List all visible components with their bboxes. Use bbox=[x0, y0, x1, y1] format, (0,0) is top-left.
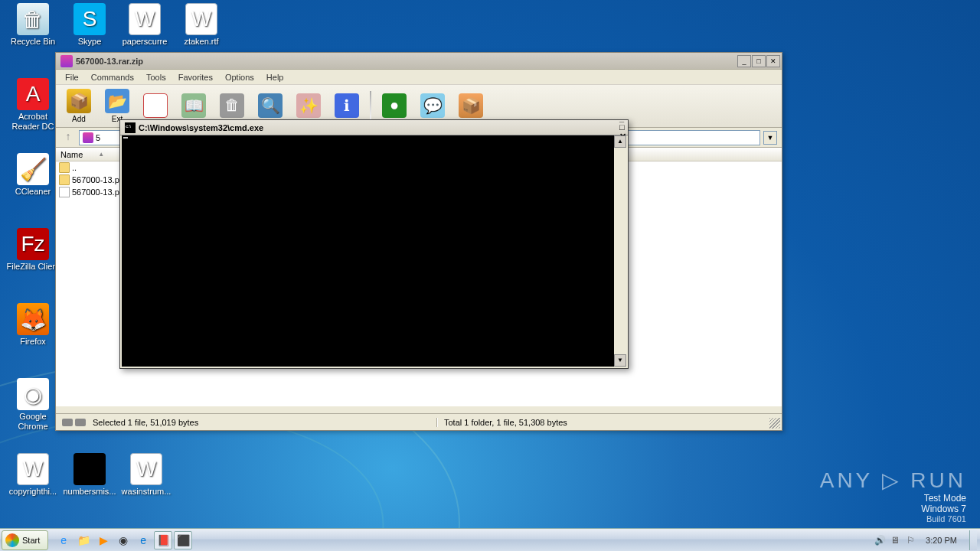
toolbar-separator bbox=[370, 91, 371, 122]
close-button[interactable]: ✕ bbox=[766, 55, 780, 67]
t-del-icon: 🗑 bbox=[220, 93, 244, 118]
app-icon bbox=[74, 453, 106, 485]
taskbar-cmd[interactable]: ⬛ bbox=[174, 531, 192, 549]
t-find-icon: 🔍 bbox=[258, 93, 283, 118]
desktop-icon-google-chrome[interactable]: ◉Google Chrome bbox=[6, 378, 60, 431]
scroll-down-icon[interactable]: ▼ bbox=[614, 354, 626, 367]
cmd-maximize-button[interactable]: □ bbox=[619, 122, 626, 132]
winrar-icon bbox=[60, 55, 73, 67]
app-icon: A bbox=[17, 78, 49, 110]
minimize-button[interactable]: _ bbox=[737, 55, 751, 67]
status-icon bbox=[62, 419, 73, 426]
os-label: Windows 7 bbox=[820, 504, 966, 514]
tray-icon-1[interactable]: 🖥 bbox=[889, 534, 901, 546]
sort-indicator-icon: ▲ bbox=[98, 151, 119, 158]
file-name: .. bbox=[72, 163, 77, 172]
app-icon: 🧹 bbox=[17, 153, 49, 185]
desktop-icon-ccleaner[interactable]: 🧹CCleaner bbox=[6, 153, 60, 197]
taskbar-winrar[interactable]: 📕 bbox=[154, 531, 172, 549]
tray-icon-0[interactable]: 🔊 bbox=[874, 534, 886, 546]
toolbar-Add[interactable]: 📦Add bbox=[60, 87, 97, 126]
desktop-icon-acrobat-reader-dc[interactable]: AAcrobat Reader DC bbox=[6, 78, 60, 131]
start-orb-icon bbox=[5, 533, 19, 547]
taskbar-media[interactable]: ▶ bbox=[94, 531, 113, 549]
cmd-scrollbar[interactable]: ▲ ▼ bbox=[614, 135, 626, 367]
menu-file[interactable]: File bbox=[59, 71, 85, 83]
build-label: Build 7601 bbox=[820, 514, 966, 523]
icon-label: Firefox bbox=[6, 337, 60, 347]
app-icon: W bbox=[185, 3, 217, 35]
desktop-icon-wasinstrum-[interactable]: Wwasinstrum... bbox=[119, 453, 173, 497]
cmd-icon bbox=[125, 122, 136, 133]
watermark: ANY ▷ RUN Test Mode Windows 7 Build 7601 bbox=[820, 468, 966, 523]
cmd-window: C:\Windows\system32\cmd.exe _ □ ✕ ▲ ▼ bbox=[119, 119, 629, 369]
status-total: Total 1 folder, 1 file, 51,308 bytes bbox=[437, 418, 776, 427]
menu-commands[interactable]: Commands bbox=[85, 71, 140, 83]
start-label: Start bbox=[22, 536, 40, 545]
menu-help[interactable]: Help bbox=[260, 71, 290, 83]
show-desktop-button[interactable] bbox=[969, 530, 977, 550]
winrar-title: 567000-13.rar.zip bbox=[76, 57, 737, 66]
cmd-cursor bbox=[123, 137, 128, 139]
desktop-icon-copyrighthi-[interactable]: Wcopyrighthi... bbox=[6, 453, 60, 497]
file-name: 567000-13.p bbox=[72, 175, 119, 184]
t-cmt-icon: 💬 bbox=[420, 93, 445, 118]
file-icon bbox=[59, 187, 70, 197]
status-selected: Selected 1 file, 51,019 bytes bbox=[93, 418, 198, 427]
winrar-titlebar[interactable]: 567000-13.rar.zip _ □ ✕ bbox=[56, 53, 782, 70]
app-icon: 🦊 bbox=[17, 303, 49, 335]
system-tray: 🔊🖥⚐ 3:20 PM bbox=[871, 530, 980, 550]
col-name[interactable]: Name bbox=[60, 150, 98, 159]
clock[interactable]: 3:20 PM bbox=[921, 536, 962, 545]
maximize-button[interactable]: □ bbox=[752, 55, 766, 67]
app-icon: ◉ bbox=[17, 378, 49, 410]
folder-icon bbox=[59, 162, 70, 173]
icon-label: Skype bbox=[63, 37, 116, 47]
menubar: FileCommandsToolsFavoritesOptionsHelp bbox=[56, 70, 782, 85]
cmd-body[interactable]: ▲ ▼ bbox=[122, 135, 626, 367]
menu-favorites[interactable]: Favorites bbox=[172, 71, 219, 83]
menu-tools[interactable]: Tools bbox=[140, 71, 172, 83]
up-button[interactable]: ↑ bbox=[60, 130, 76, 145]
start-button[interactable]: Start bbox=[2, 530, 48, 550]
menu-options[interactable]: Options bbox=[219, 71, 260, 83]
desktop-icon-recycle-bin[interactable]: 🗑Recycle Bin bbox=[6, 3, 60, 47]
app-icon: W bbox=[130, 453, 162, 485]
status-icon bbox=[75, 419, 86, 426]
archive-icon bbox=[83, 132, 93, 143]
testmode-label: Test Mode bbox=[820, 493, 966, 504]
scroll-up-icon[interactable]: ▲ bbox=[614, 135, 626, 148]
tray-icon-2[interactable]: ⚐ bbox=[904, 534, 916, 546]
scroll-track[interactable] bbox=[614, 148, 626, 354]
resize-grip[interactable] bbox=[769, 418, 780, 429]
icon-label: CCleaner bbox=[6, 187, 60, 197]
icon-label: Recycle Bin bbox=[6, 37, 60, 47]
anyrun-logo: ANY ▷ RUN bbox=[820, 468, 966, 493]
cmd-titlebar[interactable]: C:\Windows\system32\cmd.exe _ □ ✕ bbox=[120, 120, 628, 135]
t-view-icon: 📖 bbox=[181, 93, 206, 118]
icon-label: copyrighthi... bbox=[6, 487, 60, 497]
t-virus-icon: ● bbox=[382, 93, 407, 118]
desktop-icon-paperscurre[interactable]: Wpaperscurre bbox=[118, 3, 172, 47]
path-dropdown[interactable]: ▼ bbox=[763, 131, 777, 145]
cmd-minimize-button[interactable]: _ bbox=[619, 113, 626, 122]
folder-icon bbox=[59, 174, 70, 185]
quick-launch: e📁▶◉e📕⬛ bbox=[50, 531, 197, 549]
t-sfx-icon: 📦 bbox=[459, 93, 483, 118]
desktop-icon-numbersmis-[interactable]: numbersmis... bbox=[63, 453, 116, 497]
taskbar-chrome[interactable]: ◉ bbox=[114, 531, 132, 549]
desktop-icon-skype[interactable]: SSkype bbox=[63, 3, 116, 47]
app-icon: W bbox=[129, 3, 161, 35]
icon-label: FileZilla Client bbox=[6, 262, 60, 272]
t-test-icon: ✓ bbox=[143, 93, 168, 118]
desktop-icon-filezilla-client[interactable]: FzFileZilla Client bbox=[6, 228, 60, 272]
t-add-icon: 📦 bbox=[67, 89, 91, 113]
taskbar-ie[interactable]: e bbox=[54, 531, 73, 549]
desktop-icon-ztaken-rtf[interactable]: Wztaken.rtf bbox=[175, 3, 228, 47]
app-icon: 🗑 bbox=[17, 3, 49, 35]
icon-label: Acrobat Reader DC bbox=[6, 112, 60, 131]
icon-label: wasinstrum... bbox=[119, 487, 173, 497]
desktop-icon-firefox[interactable]: 🦊Firefox bbox=[6, 303, 60, 347]
taskbar-edge[interactable]: e bbox=[134, 531, 152, 549]
taskbar-explorer[interactable]: 📁 bbox=[74, 531, 93, 549]
